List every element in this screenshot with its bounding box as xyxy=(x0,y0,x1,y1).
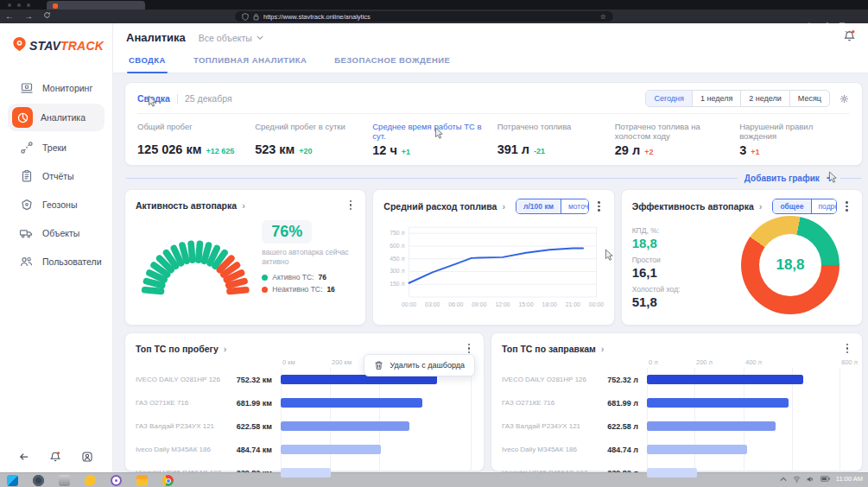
bar-row-2: ГАЗ Валдай Р234УХ 121622.58 л xyxy=(502,414,852,438)
analytics-icon xyxy=(12,107,33,128)
sidebar-item-2[interactable]: Треки xyxy=(0,133,112,161)
bar-row-1: ГАЗ О271КЕ 716681.99 км xyxy=(136,391,473,414)
sidebar-item-label: Пользователи xyxy=(42,256,102,267)
vehicle-name: Iveco Daily М345АК 186 xyxy=(502,446,595,453)
sidebar-item-4[interactable]: Геозоны xyxy=(0,190,112,218)
vehicle-name: ГАЗ Валдай Р234УХ 121 xyxy=(502,422,595,430)
bar xyxy=(647,468,697,478)
card-menu-button[interactable] xyxy=(346,199,356,212)
chevron-right-icon[interactable]: › xyxy=(242,200,245,211)
chevron-right-icon[interactable]: › xyxy=(502,201,505,212)
bookmark-star-icon[interactable]: ☆ xyxy=(600,13,606,21)
url-bar[interactable]: https://www.stavtrack.online/analytics ☆ xyxy=(235,11,613,22)
chevron-right-icon[interactable]: › xyxy=(224,344,227,354)
sidebar-item-5[interactable]: Объекты xyxy=(0,218,112,247)
card-menu-button[interactable] xyxy=(842,199,852,213)
range-button-2[interactable]: 2 недели xyxy=(740,91,789,106)
bar xyxy=(281,375,437,384)
sidebar-item-0[interactable]: Мониторинг xyxy=(0,73,112,102)
metric-value: 3 xyxy=(739,143,746,157)
gauge-legend: Активно ТС:76Неактивно ТС:16 xyxy=(262,273,355,294)
sidebar-item-6[interactable]: Пользователи xyxy=(0,247,112,275)
taskbar-clock[interactable]: 11:00 AM xyxy=(836,475,863,483)
chevron-right-icon[interactable]: › xyxy=(759,201,763,212)
svg-text:15:00: 15:00 xyxy=(519,301,534,307)
volume-icon[interactable] xyxy=(807,476,814,483)
axis-tick-label: 200 л xyxy=(696,358,713,366)
bar-track xyxy=(647,398,852,408)
taskbar-app-files[interactable] xyxy=(136,475,148,486)
sidebar-item-1[interactable]: Аналитика xyxy=(8,104,105,131)
toggle-button-0[interactable]: л/100 км xyxy=(516,199,561,213)
date-range-switcher: Сегодня1 неделя2 неделиМесяц xyxy=(645,90,830,107)
divider xyxy=(137,113,850,114)
summary-date: 25 декабря xyxy=(185,93,646,104)
fuel-consumption-line-chart: 150 л300 л450 л600 л750 л00:0003:0006:00… xyxy=(383,219,603,316)
taskbar-app-browser[interactable] xyxy=(162,475,174,486)
tab-favicon xyxy=(53,3,58,9)
vehicle-name: ГАЗ Валдай Р234УХ 121 xyxy=(136,422,229,430)
add-chart-plus-icon[interactable]: + xyxy=(827,174,833,182)
wifi-icon[interactable] xyxy=(793,476,801,483)
metric-value: 391 л xyxy=(497,142,529,156)
taskbar-app-start[interactable] xyxy=(7,475,18,486)
tab-0[interactable]: СВОДКА xyxy=(127,52,168,73)
svg-text:300 л: 300 л xyxy=(390,268,405,274)
card-menu-button[interactable] xyxy=(594,199,604,213)
card-title: Эффективность автопарка xyxy=(632,201,754,212)
browser-toolbar: ← → https://www.stavtrack.online/analyti… xyxy=(0,9,868,23)
window-controls[interactable] xyxy=(8,3,30,7)
taskbar-app-1[interactable] xyxy=(33,475,44,486)
sidebar-item-3[interactable]: Отчёты xyxy=(0,161,112,190)
reload-button[interactable] xyxy=(38,9,56,23)
toggle-button-0[interactable]: общее xyxy=(773,199,810,213)
metric-value: 29 л xyxy=(615,143,640,157)
add-chart-button[interactable]: Добавить график xyxy=(744,174,820,183)
taskbar-app-2[interactable] xyxy=(59,475,70,486)
browser-tabstrip xyxy=(0,0,868,9)
taskbar-app-4[interactable] xyxy=(111,475,122,486)
metric-label-link[interactable]: Среднее время работы ТС в сут. xyxy=(372,122,488,142)
metric-delta: +1 xyxy=(402,148,410,156)
range-button-1[interactable]: 1 неделя xyxy=(692,91,740,106)
bar xyxy=(647,421,776,431)
fleet-activity-gauge-chart xyxy=(136,218,258,301)
metric-value: 125 026 км xyxy=(137,142,201,156)
metric-delta: +12 625 xyxy=(206,147,234,155)
range-button-0[interactable]: Сегодня xyxy=(646,91,692,106)
metric-delta: +1 xyxy=(751,148,759,156)
object-scope-selector[interactable]: Все объекты xyxy=(199,33,263,43)
metric-5: Нарушений правил вождения3+1 xyxy=(739,122,850,157)
summary-settings-button[interactable] xyxy=(839,93,850,104)
alerts-button[interactable] xyxy=(843,29,856,46)
delete-from-dashboard-item[interactable]: Удалить с дашборда xyxy=(390,361,465,370)
range-button-3[interactable]: Месяц xyxy=(789,91,829,106)
legend-item-1: Неактивно ТС:16 xyxy=(262,285,355,294)
content: Сводка 25 декабря Сегодня1 неделя2 недел… xyxy=(113,73,868,473)
tab-1[interactable]: ТОПЛИВНАЯ АНАЛИТИКА xyxy=(192,52,308,73)
account-button[interactable] xyxy=(81,451,93,463)
card-menu-button[interactable] xyxy=(843,342,852,356)
bell-icon xyxy=(49,451,61,463)
stat-value: 18,8 xyxy=(632,236,706,250)
tray-expand-icon[interactable] xyxy=(780,477,787,482)
collapse-sidebar-button[interactable] xyxy=(19,452,29,461)
gear-icon xyxy=(839,93,850,104)
chevron-right-icon[interactable]: › xyxy=(601,344,605,354)
back-button[interactable]: ← xyxy=(0,9,19,23)
bar xyxy=(647,445,747,454)
toggle-button-1[interactable]: подробно xyxy=(811,199,838,213)
summary-title-link[interactable]: Сводка xyxy=(137,93,170,104)
summary-card: Сводка 25 декабря Сегодня1 неделя2 недел… xyxy=(124,82,863,166)
browser-tab[interactable] xyxy=(47,1,145,9)
tab-2[interactable]: БЕЗОПАСНОЕ ВОЖДЕНИЕ xyxy=(333,52,452,73)
card-menu-button[interactable] xyxy=(465,342,474,356)
arrow-left-icon xyxy=(19,452,29,461)
svg-text:09:00: 09:00 xyxy=(472,301,487,307)
forward-button[interactable]: → xyxy=(19,9,38,23)
battery-icon[interactable] xyxy=(820,476,830,482)
stat-value: 16,1 xyxy=(632,265,706,280)
toggle-button-1[interactable]: моточасы xyxy=(561,199,589,213)
taskbar-app-3[interactable] xyxy=(85,475,96,486)
notifications-button[interactable] xyxy=(49,451,61,463)
